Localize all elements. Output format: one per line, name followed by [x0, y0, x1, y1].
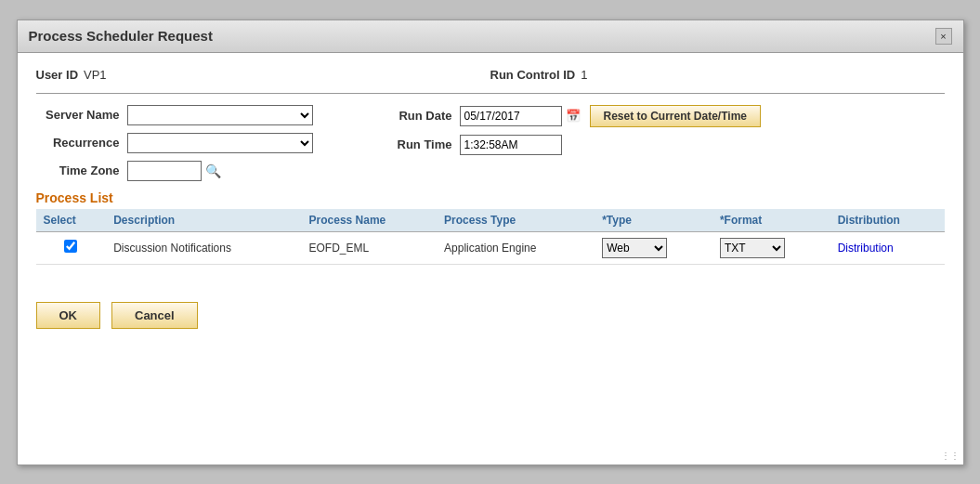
table-row: Discussion NotificationsEOFD_EMLApplicat… [36, 231, 945, 264]
server-name-select[interactable] [127, 105, 313, 125]
run-date-input[interactable] [460, 106, 562, 126]
distribution-link[interactable]: Distribution [838, 242, 894, 255]
cancel-button[interactable]: Cancel [111, 302, 198, 329]
select-cell [36, 231, 107, 264]
dialog-body: User ID VP1 Run Control ID 1 Server Name… [18, 53, 963, 344]
form-left: Server Name Recurrence Time Zone 🔍 [36, 105, 313, 181]
run-control-id-value: 1 [581, 68, 587, 82]
process-list-title: Process List [36, 190, 945, 205]
run-date-label: Run Date [378, 109, 452, 123]
process-table: Select Description Process Name Process … [36, 209, 945, 265]
user-id-label: User ID [36, 68, 79, 82]
timezone-search-icon[interactable]: 🔍 [205, 164, 221, 178]
timezone-input[interactable] [127, 161, 202, 181]
timezone-label: Time Zone [36, 164, 120, 177]
calendar-icon[interactable]: 📅 [566, 109, 581, 123]
dialog-title: Process Scheduler Request [29, 28, 213, 44]
user-info-row: User ID VP1 Run Control ID 1 [36, 68, 945, 82]
timezone-row: Time Zone 🔍 [36, 161, 313, 181]
format-cell: TXTPDFHTMLCSV [712, 231, 830, 264]
process-scheduler-dialog: Process Scheduler Request × User ID VP1 … [17, 20, 964, 465]
format-select[interactable]: TXTPDFHTMLCSV [720, 238, 785, 258]
run-time-input[interactable] [460, 135, 562, 155]
recurrence-row: Recurrence [36, 133, 313, 153]
col-description: Description [106, 209, 301, 232]
resize-handle[interactable]: ⋮⋮ [941, 451, 960, 461]
process-name-cell: EOFD_EML [302, 231, 438, 264]
type-cell: WebWindowDefault [595, 231, 712, 264]
process-table-body: Discussion NotificationsEOFD_EMLApplicat… [36, 231, 945, 264]
close-button[interactable]: × [935, 28, 952, 45]
table-header-row: Select Description Process Name Process … [36, 209, 945, 232]
process-type-cell: Application Engine [437, 231, 595, 264]
server-name-label: Server Name [36, 108, 120, 122]
run-time-row: Run Time [378, 135, 761, 155]
col-type: *Type [595, 209, 712, 232]
dialog-titlebar: Process Scheduler Request × [18, 20, 963, 53]
recurrence-select[interactable] [127, 133, 313, 153]
run-control-id-label: Run Control ID [490, 68, 576, 82]
process-list-section: Process List Select Description Process … [36, 190, 945, 265]
divider [36, 93, 945, 94]
col-process-name: Process Name [302, 209, 438, 232]
user-id-section: User ID VP1 [36, 68, 490, 82]
type-select[interactable]: WebWindowDefault [602, 238, 667, 258]
user-id-value: VP1 [84, 68, 107, 82]
process-table-header: Select Description Process Name Process … [36, 209, 945, 232]
col-distribution: Distribution [830, 209, 945, 232]
description-cell: Discussion Notifications [106, 231, 301, 264]
col-format: *Format [712, 209, 830, 232]
col-select: Select [36, 209, 107, 232]
distribution-cell: Distribution [830, 231, 945, 264]
recurrence-label: Recurrence [36, 136, 120, 150]
run-time-label: Run Time [378, 137, 452, 151]
row-checkbox[interactable] [64, 240, 77, 253]
run-control-section: Run Control ID 1 [490, 68, 945, 82]
reset-button[interactable]: Reset to Current Date/Time [590, 105, 761, 127]
form-section: Server Name Recurrence Time Zone 🔍 [36, 105, 945, 181]
ok-button[interactable]: OK [36, 302, 101, 329]
server-name-row: Server Name [36, 105, 313, 125]
col-process-type: Process Type [437, 209, 595, 232]
run-date-row: Run Date 📅 Reset to Current Date/Time [378, 105, 761, 127]
form-right: Run Date 📅 Reset to Current Date/Time Ru… [378, 105, 761, 181]
button-row: OK Cancel [36, 302, 945, 329]
